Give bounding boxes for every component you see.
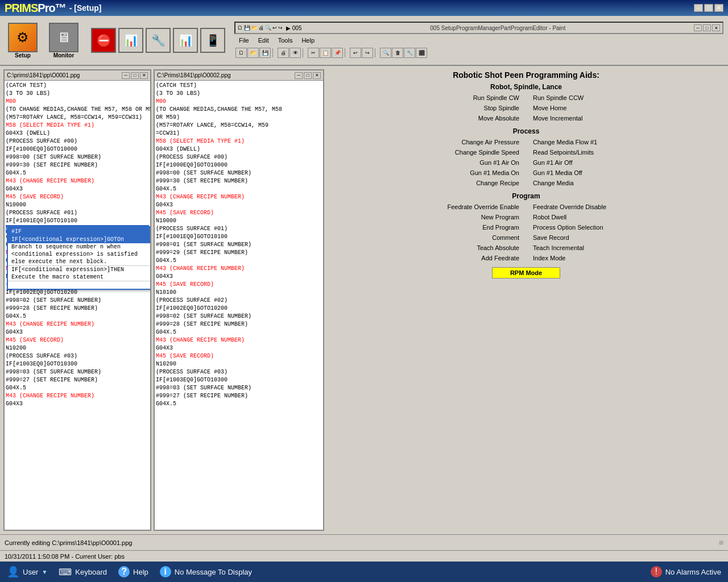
monitor-icon-btn[interactable]: 🖥 Monitor	[46, 23, 82, 59]
move-home[interactable]: Move Home	[531, 103, 721, 113]
end-program[interactable]: End Program	[331, 223, 522, 232]
app-subtitle: - [Setup]	[69, 3, 102, 13]
add-feedrate[interactable]: Add Feedrate	[331, 253, 522, 263]
menu-file[interactable]: File	[234, 36, 254, 44]
left-panel-restore[interactable]: □	[131, 72, 139, 79]
run-spindle-ccw[interactable]: Run Spindle CCW	[531, 93, 721, 102]
move-absolute[interactable]: Move Absolute	[331, 114, 522, 123]
paint-tool-10[interactable]: ↪	[362, 48, 373, 58]
code-line: #999=27 (SET RECIPE NUMBER)	[6, 376, 149, 384]
menu-tools[interactable]: Tools	[274, 36, 297, 44]
code-line: (PROCESS SURFACE #02)	[156, 297, 322, 305]
code-line: N10100	[156, 289, 322, 297]
move-incremental[interactable]: Move Incremental	[531, 114, 721, 123]
feedrate-override-disable[interactable]: Feedrate Override Disable	[531, 202, 721, 211]
rpm-mode-button[interactable]: RPM Mode	[492, 267, 560, 278]
robot-dwell[interactable]: Robot Dwell	[531, 213, 721, 222]
user-label: User	[23, 568, 38, 576]
teach-absolute[interactable]: Teach Absolute	[331, 243, 522, 252]
toolbar-icon-5[interactable]: 📱	[200, 28, 225, 53]
paint-tool-11[interactable]: 🔍	[380, 48, 391, 58]
teach-incremental[interactable]: Teach Incremental	[531, 243, 721, 252]
new-program[interactable]: New Program	[331, 213, 522, 222]
code-line: #999=30 (SET RECIPE NUMBER)	[156, 177, 322, 185]
autocomplete-item-3[interactable]: <conditional expression> is satisfied	[8, 251, 150, 258]
setup-icon-btn[interactable]: ⚙ Setup	[5, 23, 41, 59]
code-line: #999=28 (SET RECIPE NUMBER)	[156, 321, 322, 329]
paint-tool-12[interactable]: 🗑	[392, 48, 403, 58]
change-media[interactable]: Change Media	[531, 178, 721, 188]
autocomplete-item-1[interactable]: IF[<conditional expression>]GOTOn	[8, 236, 150, 243]
status-text: Currently editing C:\prims\1841\pp\O0001…	[5, 539, 132, 546]
paint-tool-6[interactable]: ✂	[308, 48, 319, 58]
change-spindle-speed[interactable]: Change Spindle Speed	[331, 148, 522, 157]
code-line: #999=29 (SET RECIPE NUMBER)	[156, 249, 322, 257]
paint-tool-13[interactable]: 🔧	[404, 48, 415, 58]
left-panel-minimize[interactable]: ─	[122, 72, 130, 79]
gun1-media-on[interactable]: Gun #1 Media On	[331, 168, 522, 177]
change-recipe[interactable]: Change Recipe	[331, 178, 522, 188]
paint-tool-14[interactable]: ⬛	[416, 48, 427, 58]
code-line: IF[#1003EQ0]GOTO10300	[6, 360, 149, 368]
paint-tool-7[interactable]: 📋	[320, 48, 331, 58]
monitor-label: Monitor	[53, 52, 75, 59]
paint-tool-9[interactable]: ↩	[350, 48, 361, 58]
paint-tool-2[interactable]: 📂	[247, 48, 259, 58]
paint-tool-3[interactable]: 💾	[259, 48, 271, 58]
toolbar-icon-1[interactable]: ⛔	[91, 28, 116, 53]
paint-tool-8[interactable]: 📌	[332, 48, 343, 58]
code-line: G04X3	[6, 329, 149, 336]
autocomplete-item-4[interactable]: else execute the next block.	[8, 258, 150, 265]
autocomplete-item-2[interactable]: Branch to sequence number n when	[8, 243, 150, 251]
process-option-selection[interactable]: Process Option Selection	[531, 223, 721, 232]
code-line: G04X3	[156, 344, 322, 352]
close-button[interactable]: ✕	[714, 4, 723, 12]
keyboard-btn[interactable]: ⌨ Keyboard	[59, 567, 107, 577]
paint-tool-5[interactable]: 👁	[289, 48, 301, 58]
paint-close[interactable]: ✕	[712, 24, 720, 31]
right-code-editor[interactable]: (CATCH TEST) (3 TO 30 LBS) M00 (TO CHANG…	[155, 81, 323, 530]
minimize-button[interactable]: ─	[694, 4, 703, 12]
autocomplete-item-6[interactable]: Execute the macro statement	[8, 273, 150, 281]
toolbar-icon-3[interactable]: 🔧	[146, 28, 171, 53]
run-spindle-cw[interactable]: Run Spindle CW	[331, 93, 522, 102]
index-mode[interactable]: Index Mode	[531, 253, 721, 263]
message-text: No Message To Display	[175, 568, 252, 576]
code-line: G04X3 (DWELL)	[156, 146, 322, 153]
gun1-air-off[interactable]: Gun #1 Air Off	[531, 158, 721, 167]
paint-restore[interactable]: □	[703, 24, 711, 31]
restore-button[interactable]: □	[704, 4, 713, 12]
paint-tool-1[interactable]: 🗋	[235, 48, 247, 58]
change-air-pressure[interactable]: Change Air Pressure	[331, 138, 522, 147]
toolbar-icon-4[interactable]: 📊	[173, 28, 198, 53]
help-btn[interactable]: ? Help	[118, 566, 148, 577]
autocomplete-item-5[interactable]: IF[<conditional expresssion>]THEN	[8, 266, 150, 273]
code-line: G04X3	[6, 185, 149, 193]
menu-edit[interactable]: Edit	[254, 36, 274, 44]
paint-tool-4[interactable]: 🖨	[278, 48, 289, 58]
gun1-air-on[interactable]: Gun #1 Air On	[331, 158, 522, 167]
comment[interactable]: Comment	[331, 233, 522, 242]
autocomplete-scroll-btn[interactable]: ▼	[8, 281, 150, 289]
save-record[interactable]: Save Record	[531, 233, 721, 242]
stop-spindle[interactable]: Stop Spindle	[331, 103, 522, 113]
code-line: M43 (CHANGE RECIPE NUMBER)	[6, 177, 149, 185]
change-media-flow[interactable]: Change Media Flow #1	[531, 138, 721, 147]
paint-minimize[interactable]: ─	[694, 24, 702, 31]
code-line: #999=27 (SET RECIPE NUMBER)	[156, 392, 322, 400]
right-panel-close[interactable]: ✕	[313, 72, 321, 79]
user-btn[interactable]: 👤 User ▼	[7, 566, 47, 578]
left-code-editor[interactable]: (CATCH TEST) (3 TO 30 LBS) M00 (TO CHANG…	[5, 81, 150, 530]
bottom-taskbar: 👤 User ▼ ⌨ Keyboard ? Help i No Message …	[0, 562, 728, 582]
toolbar-icon-2[interactable]: 📊	[118, 28, 143, 53]
code-line: =CCW31)	[156, 130, 322, 138]
right-panel-minimize[interactable]: ─	[295, 72, 303, 79]
left-panel-close[interactable]: ✕	[140, 72, 148, 79]
feedrate-override-enable[interactable]: Feedrate Override Enable	[331, 202, 522, 211]
read-setpoints[interactable]: Read Setpoints/Limits	[531, 148, 721, 157]
menu-help[interactable]: Help	[297, 36, 319, 44]
section3-title: Program	[331, 192, 721, 200]
right-panel-restore[interactable]: □	[304, 72, 312, 79]
gun1-media-off[interactable]: Gun #1 Media Off	[531, 168, 721, 177]
autocomplete-popup[interactable]: #IF IF[<conditional expression>]GOTOn Br…	[7, 226, 150, 290]
